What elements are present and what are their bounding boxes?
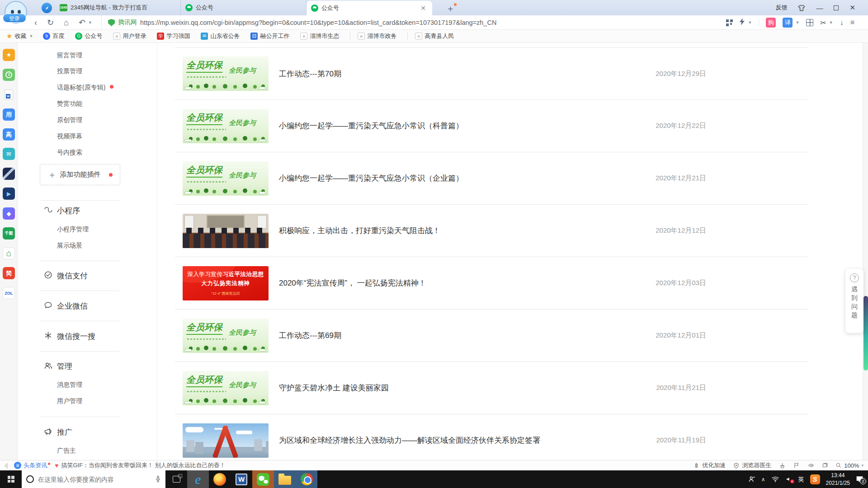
news-source-label[interactable]: 头条资讯	[24, 461, 47, 469]
muted-speaker-icon[interactable]: ✕	[785, 476, 793, 483]
mail-icon[interactable]: ✉	[3, 148, 15, 160]
cleaner-broom-icon[interactable]	[778, 462, 786, 469]
article-row[interactable]: 全员环保 全民参与 守护蓝天碧水净土 建设美丽家园 2020年11月21日	[175, 362, 808, 414]
taskbar-app-wechat[interactable]	[252, 470, 274, 488]
action-center-icon[interactable]: 2	[856, 476, 863, 483]
taskbar-app-word[interactable]: W	[231, 470, 252, 488]
article-row[interactable]: 积极响应，主动出击，打好重污染天气阻击战！ 2020年12月12日	[175, 205, 808, 257]
restore-button[interactable]	[834, 5, 839, 10]
bookmark-zibo-gov[interactable]: ≡淄博市政务	[350, 32, 396, 40]
favorites-menu[interactable]: ★ 收藏	[6, 32, 26, 40]
favorites-star-icon[interactable]: ★	[3, 49, 15, 61]
tab-2345-navigation[interactable]: 2345 2345网址导航 - 致力于打造百	[55, 0, 181, 15]
section-miniprogram[interactable]: 小程序	[57, 206, 80, 216]
shopping-button[interactable]: 购	[766, 18, 776, 28]
wifi-icon[interactable]	[771, 476, 779, 483]
address-bar[interactable]: 腾讯网 https://mp.weixin.qq.com/cgi-bin/app…	[101, 15, 693, 30]
sidebar-item-message-manage[interactable]: 留言管理	[57, 52, 82, 60]
section-wechat-search[interactable]: 微信搜一搜	[57, 331, 95, 342]
article-title[interactable]: 2020年“宪法宣传周”， 一起弘扬宪法精神！	[279, 278, 426, 288]
apps-grid-icon[interactable]	[806, 19, 813, 26]
boost-button[interactable]: 优化加速	[693, 461, 726, 469]
sidebar-item-miniprogram-manage[interactable]: 小程序管理	[57, 225, 89, 234]
taskbar-clock[interactable]: 13:44 2021/1/25	[826, 472, 850, 486]
boost-bolt-icon[interactable]	[740, 18, 745, 27]
undo-button[interactable]: ↶	[79, 18, 85, 28]
bookmark-user-login[interactable]: ≡用户登录	[113, 32, 146, 40]
back-button[interactable]: ‹	[34, 18, 37, 28]
menu-icon[interactable]: ≡	[850, 19, 854, 27]
article-title[interactable]: 守护蓝天碧水净土 建设美丽家园	[279, 383, 389, 393]
qiantu-icon[interactable]: 千图	[3, 227, 15, 239]
article-row[interactable]: 全员环保 全民参与 小编约您一起学——重污染天气应急小常识（企业篇） 2020年…	[175, 152, 808, 205]
bookmark-official-account[interactable]: G公众号	[75, 32, 102, 40]
sidebar-item-original-manage[interactable]: 原创管理	[57, 116, 82, 124]
article-title[interactable]: 小编约您一起学——重污染天气应急小常识（科普篇）	[279, 121, 463, 131]
taskbar-app-ie[interactable]: e	[187, 470, 209, 488]
speaker-icon[interactable]	[807, 462, 815, 469]
login-button[interactable]: 登录	[3, 14, 26, 23]
section-work-wechat[interactable]: 企业微信	[57, 301, 88, 311]
section-promotion[interactable]: 推广	[57, 427, 72, 437]
word-doc-icon[interactable]: w	[3, 89, 15, 101]
article-thumbnail-green-banner[interactable]: 全员环保 全民参与	[183, 371, 269, 405]
sidebar-item-display-scene[interactable]: 展示场景	[57, 242, 82, 250]
section-wechat-pay[interactable]: 微信支付	[57, 271, 88, 281]
add-plugin-button[interactable]: ＋ 添加功能插件	[40, 164, 120, 185]
translate-button[interactable]: 译	[783, 18, 793, 28]
tray-people-icon[interactable]	[748, 475, 755, 483]
game-icon[interactable]	[3, 168, 15, 180]
undo-dropdown-icon[interactable]: ▼	[88, 20, 92, 25]
screenshot-scissors-icon[interactable]: ✂	[820, 19, 826, 27]
bookmark-zibo-ecology[interactable]: ≡淄博市生态	[300, 32, 339, 40]
page-scrollbar[interactable]	[863, 43, 868, 460]
sidebar-item-user-management[interactable]: 用户管理	[57, 397, 82, 405]
bookmark-shandong-gov[interactable]: ✉山东省公务	[201, 32, 240, 40]
article-thumbnail-green-banner[interactable]: 全员环保 全民参与	[183, 56, 269, 91]
microphone-icon[interactable]	[155, 475, 161, 483]
gao-app-icon[interactable]: 高	[3, 128, 15, 141]
home-button[interactable]: ⌂	[64, 18, 69, 28]
sidebar-item-vote-manage[interactable]: 投票管理	[57, 67, 82, 75]
article-row[interactable]: 深入学习宣传习近平法治思想 大力弘扬宪法精神 “12·4” 国家宪法日 2020…	[175, 257, 808, 310]
tray-expand-chevron-icon[interactable]: ∧	[761, 476, 765, 483]
article-title[interactable]: 工作动态---第70期	[279, 69, 341, 79]
yong-app-icon[interactable]: 用	[3, 108, 15, 121]
chevron-down-icon[interactable]: ▼	[748, 20, 752, 25]
zol-icon[interactable]: ZOL	[3, 287, 15, 299]
close-button[interactable]: ✕	[849, 4, 855, 12]
article-row[interactable]: 为区域和全球经济增长注入强劲动力——解读区域全面经济伙伴关系协定签署 2020年…	[175, 414, 808, 460]
article-title[interactable]: 工作动态---第69期	[279, 330, 341, 341]
article-thumbnail-arch-photo[interactable]	[183, 423, 269, 458]
download-icon[interactable]: ↓	[840, 19, 844, 27]
sidebar-item-advertiser[interactable]: 广告主	[57, 447, 76, 455]
taskbar-app-firefox[interactable]	[209, 470, 231, 488]
translate-dropdown-icon[interactable]: ▼	[795, 20, 799, 25]
flag-icon[interactable]	[793, 462, 800, 469]
section-manage[interactable]: 管理	[57, 361, 72, 371]
sidebar-item-video-danmu[interactable]: 视频弹幕	[57, 132, 82, 141]
tab-close-icon[interactable]: ✕	[419, 5, 428, 12]
zoom-control[interactable]: 100% ▾	[835, 462, 863, 469]
article-thumbnail-meeting-photo[interactable]	[183, 214, 269, 248]
article-thumbnail-red-banner[interactable]: 深入学习宣传习近平法治思想 大力弘扬宪法精神 “12·4” 国家宪法日	[183, 266, 269, 300]
feedback-button[interactable]: 反馈	[775, 4, 787, 12]
site-verification-badge[interactable]: 腾讯网	[118, 19, 137, 27]
article-title[interactable]: 为区域和全球经济增长注入强劲动力——解读区域全面经济伙伴关系协定签署	[279, 435, 540, 446]
article-thumbnail-green-banner[interactable]: 全员环保 全民参与	[183, 319, 269, 353]
jian-app-icon[interactable]: 简	[3, 267, 15, 279]
minimize-button[interactable]: —	[816, 4, 823, 12]
article-thumbnail-green-banner[interactable]: 全员环保 全民参与	[183, 109, 269, 143]
history-clock-icon[interactable]	[3, 69, 15, 81]
article-title[interactable]: 小编约您一起学——重污染天气应急小常识（企业篇）	[279, 173, 463, 183]
taskbar-app-explorer[interactable]	[274, 470, 296, 488]
bookmark-baidu[interactable]: b百度	[43, 32, 64, 40]
article-title[interactable]: 积极响应，主动出击，打好重污染天气阻击战！	[279, 225, 440, 236]
video-player-icon[interactable]	[3, 188, 15, 200]
screenshot-dropdown-icon[interactable]: ▼	[829, 20, 833, 25]
home-site-icon[interactable]: ⌂	[3, 247, 15, 259]
sidebar-item-account-search[interactable]: 号内搜索	[57, 149, 82, 157]
article-row[interactable]: 全员环保 全民参与 工作动态---第69期 2020年12月01日	[175, 310, 808, 362]
refresh-button[interactable]: ↻	[47, 18, 54, 28]
article-row[interactable]: 全员环保 全民参与 工作动态---第70期 2020年12月29日	[175, 47, 808, 100]
